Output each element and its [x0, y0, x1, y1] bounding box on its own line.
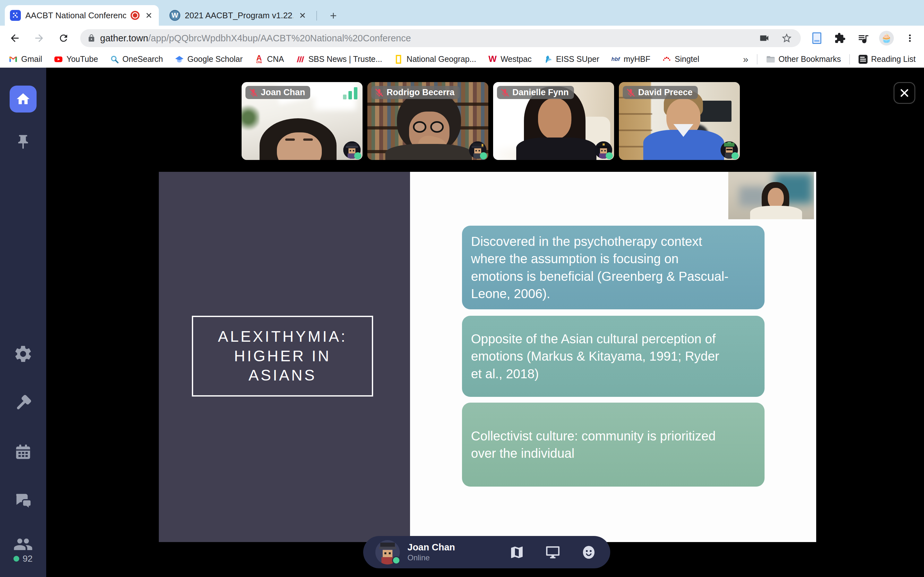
bookmark-star-icon[interactable] [780, 31, 794, 45]
video-tile-danielle-fynn[interactable]: Danielle Fynn [493, 82, 614, 160]
url-bar[interactable]: gather.town/app/pQQbrcWpdbhX4bup/AACBT%2… [80, 29, 801, 47]
chrome-menu-icon[interactable] [903, 31, 917, 45]
slide-bullet-box-2: Opposite of the Asian cultural perceptio… [462, 316, 764, 397]
slide-title-box: ALEXITHYMIA: HIGHER IN ASIANS [192, 316, 373, 396]
gather-stage: 92 Joan Chan [0, 68, 924, 577]
forward-icon[interactable] [31, 31, 47, 46]
gather-favicon [10, 10, 21, 21]
folder-icon [766, 55, 775, 64]
home-button[interactable] [10, 85, 37, 113]
slide-bullet-box-3: Collectivist culture: community is prior… [462, 403, 764, 487]
bookmark-cna[interactable]: Acna CNA [254, 55, 284, 64]
profile-avatar[interactable]: 🧁 [879, 31, 894, 45]
self-status: Online [407, 553, 455, 562]
reading-list[interactable]: Reading List [858, 55, 916, 64]
participant-name-chip: Joan Chan [246, 86, 310, 99]
wordpress-favicon: W [170, 10, 180, 21]
participant-name-chip: Danielle Fynn [497, 86, 574, 99]
bookmark-onesearch[interactable]: OneSearch [110, 55, 163, 64]
cna-icon: Acna [254, 55, 264, 64]
document-extension-icon[interactable] [810, 31, 824, 45]
bookmark-singtel[interactable]: Singtel [662, 55, 699, 64]
online-dot-icon [732, 152, 738, 159]
singtel-icon [662, 55, 672, 64]
bookmarks-overflow-chevron[interactable]: » [743, 54, 748, 65]
avatar [469, 141, 486, 159]
emote-smiley-icon[interactable] [580, 544, 598, 561]
hbf-icon: hbf [611, 55, 620, 64]
self-name: Joan Chan [407, 542, 455, 553]
bookmark-westpac[interactable]: W Westpac [488, 55, 531, 64]
tab-close-icon[interactable] [144, 11, 153, 20]
tab-title: AACBT National Conferenc [25, 11, 126, 21]
url-text: gather.town/app/pQQbrcWpdbhX4bup/AACBT%2… [100, 33, 411, 44]
bookmark-gmail[interactable]: Gmail [8, 55, 42, 64]
bookmark-myhbf[interactable]: hbf myHBF [611, 55, 650, 64]
online-dot-icon [13, 556, 19, 562]
bookmark-youtube[interactable]: YouTube [53, 55, 98, 64]
screenshare-icon[interactable] [544, 544, 561, 561]
online-dot-icon [480, 152, 487, 159]
extensions-puzzle-icon[interactable] [833, 31, 847, 45]
bookmark-sbs[interactable]: SBS News | Truste... [296, 55, 382, 64]
chat-icon[interactable] [13, 492, 33, 511]
shared-slide: ALEXITHYMIA: HIGHER IN ASIANS Discovered… [159, 172, 816, 542]
bookmarks-bar: Gmail YouTube OneSearch Google Scholar A… [0, 51, 924, 68]
bookmark-label: SBS News | Truste... [309, 55, 382, 64]
bookmark-label: OneSearch [123, 55, 163, 64]
lock-icon [87, 34, 95, 42]
online-count-value: 92 [23, 554, 32, 564]
back-icon[interactable] [7, 31, 23, 46]
tab-gather-conference[interactable]: AACBT National Conferenc [5, 5, 159, 26]
gather-sidebar: 92 [0, 68, 46, 577]
slide-bullet-box-1: Discovered in the psychotherapy context … [462, 226, 764, 309]
bookmark-google-scholar[interactable]: Google Scholar [174, 55, 242, 64]
bookmark-label: Reading List [871, 55, 916, 64]
participants-icon[interactable] [13, 534, 33, 554]
tab-close-icon[interactable] [298, 11, 307, 20]
settings-gear-icon[interactable] [13, 344, 33, 364]
avatar [343, 141, 360, 159]
westpac-icon: W [488, 55, 497, 64]
reload-icon[interactable] [56, 31, 71, 46]
video-tile-joan-chan[interactable]: Joan Chan [242, 82, 363, 160]
natgeo-icon [394, 55, 403, 64]
playlist-extension-icon[interactable] [856, 31, 870, 45]
divider [849, 54, 850, 64]
minimap-icon[interactable] [508, 544, 525, 561]
bookmark-label: Singtel [675, 55, 699, 64]
divider [757, 54, 758, 64]
camera-permission-icon[interactable] [757, 31, 771, 45]
participant-name-chip: David Preece [623, 86, 698, 99]
build-hammer-icon[interactable] [13, 393, 33, 413]
signal-strength-icon [343, 87, 357, 99]
new-tab-button[interactable] [325, 8, 341, 24]
bookmark-label: Westpac [501, 55, 531, 64]
video-tile-rodrigo-becerra[interactable]: Rodrigo Becerra [367, 82, 488, 160]
avatar [595, 141, 612, 159]
bookmark-label: National Geograp... [407, 55, 476, 64]
bottom-control-bar: Joan Chan Online [363, 536, 610, 568]
other-bookmarks[interactable]: Other Bookmarks [766, 55, 841, 64]
online-dot-icon [354, 152, 361, 159]
reading-list-icon [858, 55, 868, 64]
browser-toolbar: gather.town/app/pQQbrcWpdbhX4bup/AACBT%2… [0, 26, 924, 51]
recording-indicator-icon [131, 11, 140, 20]
sbs-icon [296, 55, 305, 64]
gmail-icon [8, 55, 18, 64]
eiss-icon [543, 55, 553, 64]
close-screenshare-button[interactable] [893, 82, 915, 104]
bookmark-label: Gmail [21, 55, 42, 64]
pin-icon[interactable] [15, 134, 31, 150]
tab-aacbt-program[interactable]: W 2021 AACBT_Program v1.22.xls [164, 6, 312, 24]
self-avatar[interactable] [375, 540, 400, 564]
avatar [720, 141, 738, 159]
scholar-icon [174, 55, 184, 64]
bookmark-natgeo[interactable]: National Geograp... [394, 55, 476, 64]
browser-tab-strip: AACBT National Conferenc W 2021 AACBT_Pr… [0, 0, 924, 26]
youtube-icon [53, 55, 63, 64]
video-tile-david-preece[interactable]: David Preece [619, 82, 740, 160]
bookmark-eiss[interactable]: EISS SUper [543, 55, 599, 64]
participant-name-chip: Rodrigo Becerra [371, 86, 460, 99]
calendar-icon[interactable] [14, 443, 32, 461]
